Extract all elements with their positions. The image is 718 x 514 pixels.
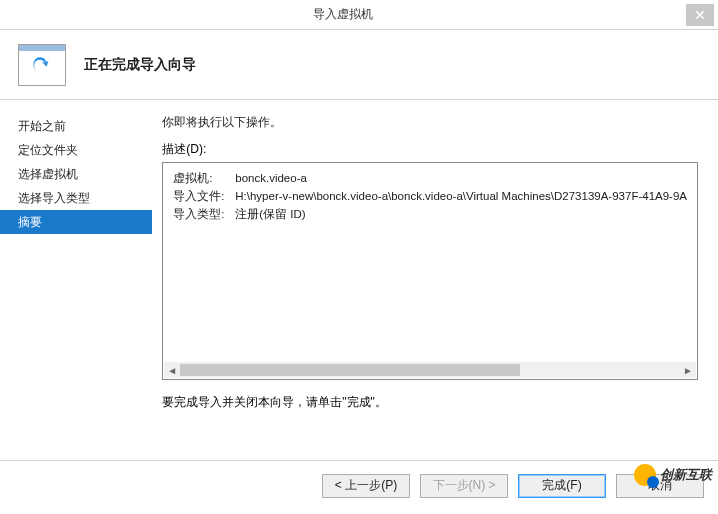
main-panel: 你即将执行以下操作。 描述(D): 虚拟机: bonck.video-a 导入文… [152, 100, 718, 460]
sidebar-item-locate-folder[interactable]: 定位文件夹 [0, 138, 152, 162]
summary-row: 导入类型: 注册(保留 ID) [173, 205, 687, 223]
summary-key: 导入文件: [173, 187, 235, 205]
summary-key: 虚拟机: [173, 169, 235, 187]
scroll-right-button[interactable]: ► [680, 362, 696, 378]
summary-value: 注册(保留 ID) [235, 205, 305, 223]
page-title: 正在完成导入向导 [84, 56, 196, 74]
description-label: 描述(D): [162, 141, 698, 158]
sidebar-item-label: 摘要 [18, 215, 42, 229]
chevron-right-icon: ► [683, 365, 693, 376]
button-label: < 上一步(P) [335, 477, 397, 494]
scroll-track[interactable] [180, 362, 680, 378]
button-label: 完成(F) [542, 477, 581, 494]
button-label: 取消 [648, 477, 672, 494]
sidebar: 开始之前 定位文件夹 选择虚拟机 选择导入类型 摘要 [0, 100, 152, 460]
finish-instruction: 要完成导入并关闭本向导，请单击"完成"。 [162, 394, 698, 411]
sidebar-item-import-type[interactable]: 选择导入类型 [0, 186, 152, 210]
window-title: 导入虚拟机 [0, 6, 686, 23]
summary-value: H:\hyper-v-new\bonck.video-a\bonck.video… [235, 187, 687, 205]
finish-button[interactable]: 完成(F) [518, 474, 606, 498]
import-icon [18, 44, 66, 86]
titlebar: 导入虚拟机 ✕ [0, 0, 718, 30]
intro-text: 你即将执行以下操作。 [162, 114, 698, 131]
summary-row: 导入文件: H:\hyper-v-new\bonck.video-a\bonck… [173, 187, 687, 205]
sidebar-item-label: 定位文件夹 [18, 143, 78, 157]
sidebar-item-before-begin[interactable]: 开始之前 [0, 114, 152, 138]
sidebar-item-label: 选择导入类型 [18, 191, 90, 205]
wizard-footer: < 上一步(P) 下一步(N) > 完成(F) 取消 [0, 460, 718, 510]
sidebar-item-label: 选择虚拟机 [18, 167, 78, 181]
sidebar-item-summary[interactable]: 摘要 [0, 210, 152, 234]
close-icon: ✕ [694, 7, 706, 23]
scroll-thumb[interactable] [180, 364, 520, 376]
close-button[interactable]: ✕ [686, 4, 714, 26]
wizard-body: 开始之前 定位文件夹 选择虚拟机 选择导入类型 摘要 你即将执行以下操作。 描述… [0, 100, 718, 460]
summary-key: 导入类型: [173, 205, 235, 223]
previous-button[interactable]: < 上一步(P) [322, 474, 410, 498]
button-label: 下一步(N) > [433, 477, 496, 494]
next-button: 下一步(N) > [420, 474, 508, 498]
summary-value: bonck.video-a [235, 169, 307, 187]
horizontal-scrollbar[interactable]: ◄ ► [164, 362, 696, 378]
wizard-header: 正在完成导入向导 [0, 30, 718, 100]
summary-row: 虚拟机: bonck.video-a [173, 169, 687, 187]
chevron-left-icon: ◄ [167, 365, 177, 376]
cancel-button[interactable]: 取消 [616, 474, 704, 498]
sidebar-item-label: 开始之前 [18, 119, 66, 133]
description-box: 虚拟机: bonck.video-a 导入文件: H:\hyper-v-new\… [162, 162, 698, 380]
scroll-left-button[interactable]: ◄ [164, 362, 180, 378]
sidebar-item-select-vm[interactable]: 选择虚拟机 [0, 162, 152, 186]
